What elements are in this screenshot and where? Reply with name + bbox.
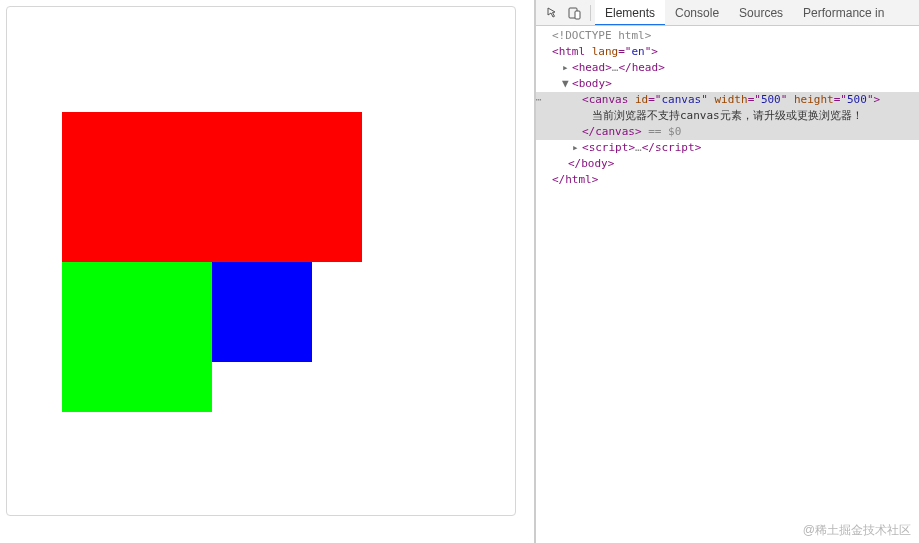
page-frame [6,6,516,516]
dom-body-close[interactable]: </body> [536,156,919,172]
svg-rect-1 [575,11,580,19]
blue-rect [212,262,312,362]
device-toggle-icon[interactable] [564,2,586,24]
dom-html-close[interactable]: </html> [536,172,919,188]
dom-body-open[interactable]: ▼<body> [536,76,919,92]
canvas-element [12,12,512,512]
devtools-panel: Elements Console Sources Performance in … [535,0,919,543]
dom-head[interactable]: ▸<head>…</head> [536,60,919,76]
dom-canvas-text[interactable]: 当前浏览器不支持canvas元素，请升级或更换浏览器！ [536,108,919,124]
red-rect [62,112,362,262]
green-rect [62,262,212,412]
page-viewport [0,0,535,543]
tab-elements[interactable]: Elements [595,0,665,26]
doctype-text: <!DOCTYPE html> [552,29,651,42]
inspect-icon[interactable] [542,2,564,24]
tab-console[interactable]: Console [665,0,729,26]
dom-canvas-close[interactable]: </canvas> == $0 [536,124,919,140]
tab-performance[interactable]: Performance in [793,0,894,26]
dom-script[interactable]: ▸<script>…</script> [536,140,919,156]
dom-doctype[interactable]: <!DOCTYPE html> [536,28,919,44]
tab-sources[interactable]: Sources [729,0,793,26]
elements-tree[interactable]: <!DOCTYPE html> <html lang="en"> ▸<head>… [536,26,919,543]
toolbar-divider [590,5,591,21]
dom-canvas-open[interactable]: ⋯ <canvas id="canvas" width="500" height… [536,92,919,108]
devtools-toolbar: Elements Console Sources Performance in [536,0,919,26]
dom-html-open[interactable]: <html lang="en"> [536,44,919,60]
